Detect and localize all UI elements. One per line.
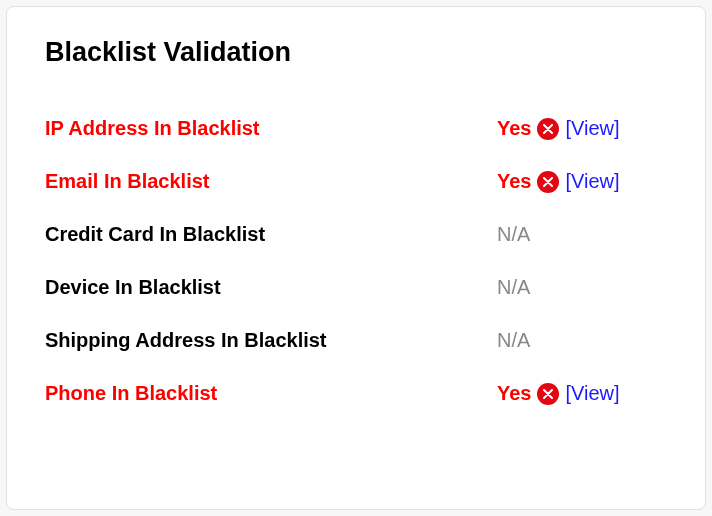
row-value: N/A xyxy=(497,276,530,299)
view-link[interactable]: [View] xyxy=(565,382,619,405)
row-label: Credit Card In Blacklist xyxy=(45,223,265,245)
row-credit-card: Credit Card In Blacklist N/A xyxy=(45,208,667,261)
row-label: Email In Blacklist xyxy=(45,170,210,192)
row-value: Yes xyxy=(497,117,531,140)
card-title: Blacklist Validation xyxy=(45,37,667,68)
row-shipping-address: Shipping Address In Blacklist N/A xyxy=(45,314,667,367)
row-email: Email In Blacklist Yes [View] xyxy=(45,155,667,208)
row-value: Yes xyxy=(497,170,531,193)
row-ip-address: IP Address In Blacklist Yes [View] xyxy=(45,102,667,155)
row-value: N/A xyxy=(497,223,530,246)
row-label: Device In Blacklist xyxy=(45,276,221,298)
x-circle-icon xyxy=(537,383,559,405)
row-label: Phone In Blacklist xyxy=(45,382,217,404)
x-circle-icon xyxy=(537,171,559,193)
view-link[interactable]: [View] xyxy=(565,117,619,140)
blacklist-validation-card: Blacklist Validation IP Address In Black… xyxy=(6,6,706,510)
row-phone: Phone In Blacklist Yes [View] xyxy=(45,367,667,420)
view-link[interactable]: [View] xyxy=(565,170,619,193)
row-label: IP Address In Blacklist xyxy=(45,117,260,139)
row-value: Yes xyxy=(497,382,531,405)
x-circle-icon xyxy=(537,118,559,140)
row-value: N/A xyxy=(497,329,530,352)
row-label: Shipping Address In Blacklist xyxy=(45,329,327,351)
row-device: Device In Blacklist N/A xyxy=(45,261,667,314)
